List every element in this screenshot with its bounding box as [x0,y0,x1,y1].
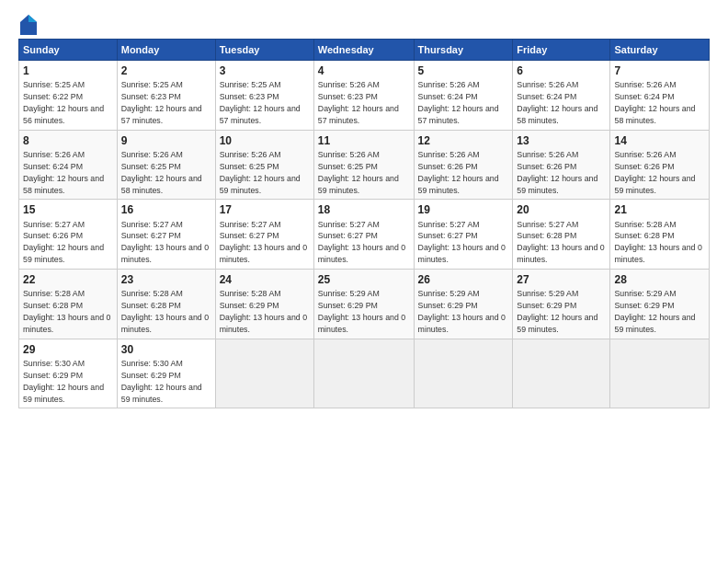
calendar-cell: 26 Sunrise: 5:29 AMSunset: 6:29 PMDaylig… [414,270,513,339]
day-header-wednesday: Wednesday [313,40,414,61]
day-number: 19 [418,202,509,217]
calendar-cell: 19 Sunrise: 5:27 AMSunset: 6:27 PMDaylig… [414,200,513,270]
page: SundayMondayTuesdayWednesdayThursdayFrid… [0,0,728,563]
day-info: Sunrise: 5:26 AMSunset: 6:23 PMDaylight:… [318,80,399,125]
day-number: 18 [318,202,410,217]
day-header-tuesday: Tuesday [215,40,313,61]
day-info: Sunrise: 5:25 AMSunset: 6:23 PMDaylight:… [220,80,301,125]
calendar-cell [414,339,513,408]
calendar-cell: 22 Sunrise: 5:28 AMSunset: 6:28 PMDaylig… [19,270,118,339]
day-info: Sunrise: 5:27 AMSunset: 6:27 PMDaylight:… [318,220,405,265]
day-info: Sunrise: 5:26 AMSunset: 6:26 PMDaylight:… [517,150,597,195]
calendar-cell: 25 Sunrise: 5:29 AMSunset: 6:29 PMDaylig… [313,270,414,339]
day-number: 9 [121,133,211,148]
day-number: 7 [614,63,705,78]
day-info: Sunrise: 5:26 AMSunset: 6:24 PMDaylight:… [517,80,597,125]
day-info: Sunrise: 5:29 AMSunset: 6:29 PMDaylight:… [418,289,506,334]
day-number: 11 [318,133,410,148]
calendar-table: SundayMondayTuesdayWednesdayThursdayFrid… [18,39,710,408]
day-info: Sunrise: 5:26 AMSunset: 6:24 PMDaylight:… [418,80,499,125]
calendar-cell: 4 Sunrise: 5:26 AMSunset: 6:23 PMDayligh… [313,61,414,131]
day-info: Sunrise: 5:28 AMSunset: 6:28 PMDaylight:… [614,220,701,265]
day-info: Sunrise: 5:30 AMSunset: 6:29 PMDaylight:… [23,359,104,404]
day-number: 13 [517,133,606,148]
calendar-cell: 24 Sunrise: 5:28 AMSunset: 6:29 PMDaylig… [215,270,313,339]
day-info: Sunrise: 5:27 AMSunset: 6:27 PMDaylight:… [418,220,506,265]
day-number: 25 [318,272,410,287]
day-number: 17 [220,202,310,217]
calendar-cell: 7 Sunrise: 5:26 AMSunset: 6:24 PMDayligh… [610,61,710,131]
calendar-week-3: 15 Sunrise: 5:27 AMSunset: 6:26 PMDaylig… [19,200,710,270]
day-number: 23 [121,272,211,287]
day-number: 26 [418,272,509,287]
calendar-cell [215,339,313,408]
day-info: Sunrise: 5:26 AMSunset: 6:24 PMDaylight:… [23,150,104,195]
day-number: 5 [418,63,509,78]
calendar-cell: 3 Sunrise: 5:25 AMSunset: 6:23 PMDayligh… [215,61,313,131]
day-info: Sunrise: 5:26 AMSunset: 6:26 PMDaylight:… [614,150,695,195]
day-header-thursday: Thursday [414,40,513,61]
calendar-cell: 20 Sunrise: 5:27 AMSunset: 6:28 PMDaylig… [513,200,610,270]
day-number: 2 [121,63,211,78]
day-number: 28 [614,272,705,287]
calendar-cell: 28 Sunrise: 5:29 AMSunset: 6:29 PMDaylig… [610,270,710,339]
day-info: Sunrise: 5:27 AMSunset: 6:27 PMDaylight:… [121,220,209,265]
day-info: Sunrise: 5:25 AMSunset: 6:22 PMDaylight:… [23,80,104,125]
day-number: 15 [23,202,113,217]
day-number: 24 [220,272,310,287]
day-info: Sunrise: 5:30 AMSunset: 6:29 PMDaylight:… [121,359,202,404]
day-number: 3 [220,63,310,78]
day-info: Sunrise: 5:26 AMSunset: 6:25 PMDaylight:… [121,150,202,195]
calendar-cell: 13 Sunrise: 5:26 AMSunset: 6:26 PMDaylig… [513,130,610,200]
logo-icon [20,15,37,35]
day-info: Sunrise: 5:27 AMSunset: 6:28 PMDaylight:… [517,220,604,265]
day-number: 30 [121,342,211,357]
calendar-cell: 21 Sunrise: 5:28 AMSunset: 6:28 PMDaylig… [610,200,710,270]
calendar-header-row: SundayMondayTuesdayWednesdayThursdayFrid… [19,40,710,61]
calendar-week-1: 1 Sunrise: 5:25 AMSunset: 6:22 PMDayligh… [19,61,710,131]
day-number: 16 [121,202,211,217]
calendar-week-5: 29 Sunrise: 5:30 AMSunset: 6:29 PMDaylig… [19,339,710,408]
day-header-monday: Monday [117,40,215,61]
day-number: 4 [318,63,410,78]
day-number: 20 [517,202,606,217]
day-number: 6 [517,63,606,78]
day-info: Sunrise: 5:28 AMSunset: 6:29 PMDaylight:… [220,289,307,334]
calendar-cell [313,339,414,408]
day-number: 21 [614,202,705,217]
calendar-cell: 16 Sunrise: 5:27 AMSunset: 6:27 PMDaylig… [117,200,215,270]
day-number: 22 [23,272,113,287]
day-info: Sunrise: 5:28 AMSunset: 6:28 PMDaylight:… [121,289,209,334]
day-header-sunday: Sunday [19,40,118,61]
day-number: 12 [418,133,509,148]
calendar-cell: 27 Sunrise: 5:29 AMSunset: 6:29 PMDaylig… [513,270,610,339]
day-info: Sunrise: 5:29 AMSunset: 6:29 PMDaylight:… [517,289,597,334]
calendar-cell: 6 Sunrise: 5:26 AMSunset: 6:24 PMDayligh… [513,61,610,131]
day-number: 8 [23,133,113,148]
calendar-week-4: 22 Sunrise: 5:28 AMSunset: 6:28 PMDaylig… [19,270,710,339]
day-info: Sunrise: 5:25 AMSunset: 6:23 PMDaylight:… [121,80,202,125]
day-number: 27 [517,272,606,287]
day-info: Sunrise: 5:27 AMSunset: 6:26 PMDaylight:… [23,220,104,265]
calendar-cell: 11 Sunrise: 5:26 AMSunset: 6:25 PMDaylig… [313,130,414,200]
calendar-cell: 14 Sunrise: 5:26 AMSunset: 6:26 PMDaylig… [610,130,710,200]
calendar-cell: 8 Sunrise: 5:26 AMSunset: 6:24 PMDayligh… [19,130,118,200]
calendar-cell: 30 Sunrise: 5:30 AMSunset: 6:29 PMDaylig… [117,339,215,408]
day-header-friday: Friday [513,40,610,61]
day-info: Sunrise: 5:26 AMSunset: 6:24 PMDaylight:… [614,80,695,125]
day-info: Sunrise: 5:29 AMSunset: 6:29 PMDaylight:… [614,289,695,334]
calendar-cell [610,339,710,408]
calendar-cell: 9 Sunrise: 5:26 AMSunset: 6:25 PMDayligh… [117,130,215,200]
calendar-cell: 1 Sunrise: 5:25 AMSunset: 6:22 PMDayligh… [19,61,118,131]
logo [18,15,39,31]
calendar-cell [513,339,610,408]
calendar-cell: 10 Sunrise: 5:26 AMSunset: 6:25 PMDaylig… [215,130,313,200]
day-info: Sunrise: 5:26 AMSunset: 6:25 PMDaylight:… [220,150,301,195]
calendar-cell: 15 Sunrise: 5:27 AMSunset: 6:26 PMDaylig… [19,200,118,270]
day-number: 29 [23,342,113,357]
day-number: 14 [614,133,705,148]
day-number: 1 [23,63,113,78]
calendar-cell: 29 Sunrise: 5:30 AMSunset: 6:29 PMDaylig… [19,339,118,408]
day-info: Sunrise: 5:26 AMSunset: 6:25 PMDaylight:… [318,150,399,195]
calendar-cell: 18 Sunrise: 5:27 AMSunset: 6:27 PMDaylig… [313,200,414,270]
